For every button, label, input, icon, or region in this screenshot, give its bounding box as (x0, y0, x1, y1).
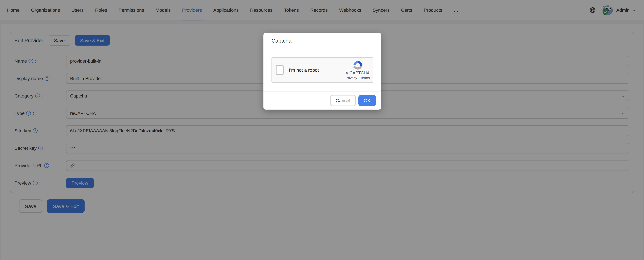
modal-footer: Cancel OK (264, 92, 381, 110)
recaptcha-brand: reCAPTCHA Privacy - Terms (346, 60, 370, 80)
recaptcha-logo-icon (353, 60, 363, 71)
modal-title: Captcha (272, 38, 373, 44)
recaptcha-privacy-terms-links[interactable]: Privacy - Terms (346, 76, 370, 80)
app-viewport: Home Organizations Users Roles Permissio… (0, 0, 644, 260)
modal-header: Captcha (264, 33, 381, 49)
modal-body: I'm not a robot reCAPTCHA Privacy - Term… (264, 49, 381, 92)
captcha-modal: Captcha I'm not a robot (264, 33, 381, 110)
recaptcha-brand-name: reCAPTCHA (346, 71, 370, 76)
recaptcha-label: I'm not a robot (289, 67, 319, 73)
recaptcha-checkbox[interactable] (276, 65, 284, 75)
cancel-button[interactable]: Cancel (330, 95, 356, 106)
ok-button[interactable]: OK (358, 95, 376, 106)
recaptcha-widget: I'm not a robot reCAPTCHA Privacy - Term… (272, 57, 373, 83)
